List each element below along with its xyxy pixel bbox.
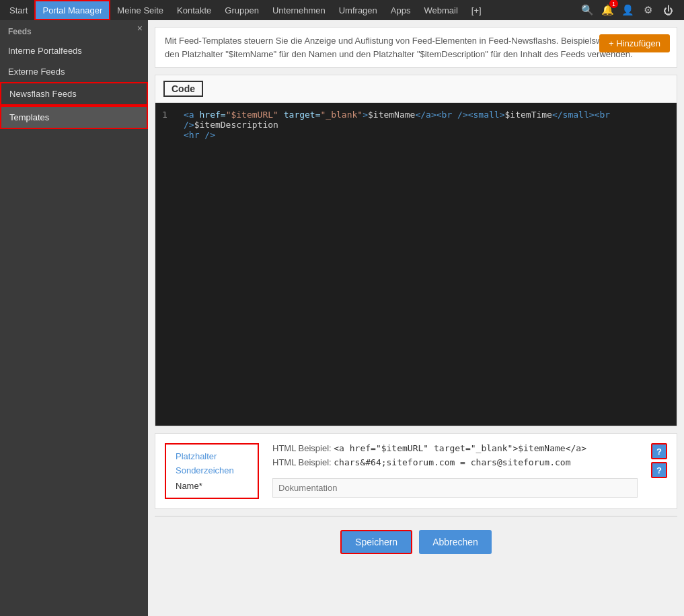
code-label: Code — [163, 81, 203, 97]
sidebar: × Feeds Interne Portalfeeds Externe Feed… — [0, 20, 148, 616]
nav-gruppen[interactable]: Gruppen — [218, 0, 266, 20]
search-icon[interactable]: 🔍 — [579, 2, 595, 18]
example1-code: <a href="$itemURL" target="_blank">$item… — [334, 443, 586, 453]
code-content-2: <hr /> — [184, 130, 215, 140]
sidebar-item-externe-feeds[interactable]: Externe Feeds — [0, 61, 148, 82]
code-content-1: <a href="$itemURL" target="_blank">$item… — [184, 110, 670, 130]
nav-meine-seite[interactable]: Meine Seite — [110, 0, 170, 20]
save-button[interactable]: Speichern — [340, 530, 412, 554]
user-icon[interactable]: 👤 — [619, 2, 636, 18]
nav-apps[interactable]: Apps — [384, 0, 418, 20]
top-navigation: Start Portal Manager Meine Seite Kontakt… — [0, 0, 684, 20]
sidebar-item-templates[interactable]: Templates — [0, 106, 148, 129]
info-box: Mit Feed-Templates steuern Sie die Anzei… — [155, 27, 677, 68]
sidebar-item-newsflash-feeds[interactable]: Newsflash Feeds — [0, 82, 148, 106]
example2-label: HTML Beispiel: — [272, 457, 332, 467]
help-buttons: ? ? — [651, 443, 667, 499]
power-icon[interactable]: ⏻ — [660, 2, 676, 18]
nav-unternehmen[interactable]: Unternehmen — [266, 0, 332, 20]
bottom-buttons: Speichern Abbrechen — [155, 523, 677, 561]
bottom-info: Platzhalter Sonderzeichen Name* HTML Bei… — [155, 433, 677, 509]
add-button[interactable]: + Hinzufügen — [599, 34, 670, 52]
nav-portal-manager[interactable]: Portal Manager — [34, 0, 110, 20]
code-editor[interactable]: 1 <a href="$itemURL" target="_blank">$it… — [155, 103, 677, 426]
notification-badge-count: 1 — [609, 0, 618, 8]
cancel-button[interactable]: Abbrechen — [419, 530, 492, 554]
code-header: Code — [155, 75, 677, 103]
sidebar-section-title: Feeds — [0, 20, 148, 40]
html-example-1: HTML Beispiel: <a href="$itemURL" target… — [272, 443, 638, 453]
html-examples: HTML Beispiel: <a href="$itemURL" target… — [272, 443, 638, 499]
code-line-1: 1 <a href="$itemURL" target="_blank">$it… — [162, 110, 670, 130]
info-text: Mit Feed-Templates steuern Sie die Anzei… — [165, 36, 664, 59]
code-line-2: <hr /> — [184, 130, 670, 140]
nav-kontakte[interactable]: Kontakte — [170, 0, 218, 20]
placeholder-box: Platzhalter Sonderzeichen Name* — [165, 443, 259, 499]
documentation-input[interactable] — [272, 478, 638, 498]
help-button-2[interactable]: ? — [651, 462, 667, 478]
help-button-1[interactable]: ? — [651, 443, 667, 459]
nav-start[interactable]: Start — [3, 0, 34, 20]
example2-code: chars&#64;siteforum.com = chars@siteforu… — [334, 457, 570, 467]
placeholder-item-platzhalter[interactable]: Platzhalter — [176, 451, 248, 461]
nav-webmail[interactable]: Webmail — [417, 0, 464, 20]
notifications-icon[interactable]: 🔔 1 — [599, 2, 615, 18]
main-layout: × Feeds Interne Portalfeeds Externe Feed… — [0, 20, 684, 616]
nav-umfragen[interactable]: Umfragen — [332, 0, 384, 20]
main-content: Mit Feed-Templates steuern Sie die Anzei… — [148, 20, 684, 616]
sidebar-item-interne-portalfeeds[interactable]: Interne Portalfeeds — [0, 40, 148, 61]
html-example-2: HTML Beispiel: chars&#64;siteforum.com =… — [272, 457, 638, 467]
code-section: Code 1 <a href="$itemURL" target="_blank… — [155, 75, 677, 426]
placeholder-name-label: Name* — [176, 481, 248, 491]
line-number-1: 1 — [162, 110, 176, 130]
nav-plus[interactable]: [+] — [465, 0, 488, 20]
example1-label: HTML Beispiel: — [272, 443, 332, 453]
placeholder-item-sonderzeichen[interactable]: Sonderzeichen — [176, 465, 248, 475]
settings-icon[interactable]: ⚙ — [640, 2, 656, 18]
sidebar-close-button[interactable]: × — [137, 23, 143, 34]
divider — [155, 516, 677, 516]
